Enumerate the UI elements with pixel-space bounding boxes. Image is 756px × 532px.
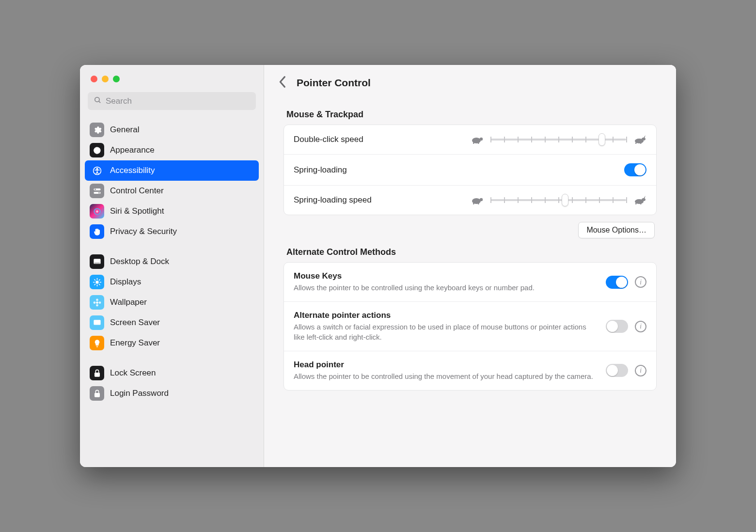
screensaver-icon [90,315,104,330]
key-icon [90,386,104,401]
svg-point-25 [98,301,101,304]
svg-point-9 [94,208,100,215]
sidebar-item-siri-spotlight[interactable]: Siri & Spotlight [85,201,259,221]
sidebar-item-label: Login Password [110,389,169,398]
hand-icon [90,224,104,239]
svg-point-31 [480,138,483,141]
svg-point-43 [642,198,646,201]
dock-icon [90,254,104,269]
head-pointer-desc: Allows the pointer to be controlled usin… [294,372,596,381]
sidebar-item-label: Lock Screen [110,368,156,378]
mouse-keys-desc: Allows the pointer to be controlled usin… [294,283,596,293]
svg-rect-32 [473,142,474,144]
row-mouse-keys: Mouse Keys Allows the pointer to be cont… [284,263,656,301]
svg-line-20 [94,284,95,285]
svg-point-12 [95,281,98,283]
sidebar-item-label: Displays [110,277,141,287]
double-click-speed-slider-wrap [470,134,646,145]
search-box[interactable] [88,92,256,110]
mouse-keys-label: Mouse Keys [294,271,596,281]
content-scroll[interactable]: Mouse & Trackpad Double-click speed [264,98,676,467]
sidebar-item-label: Appearance [110,145,155,155]
sidebar-item-wallpaper[interactable]: Wallpaper [85,292,259,313]
mouse-keys-toggle[interactable] [606,276,628,289]
bulb-icon [90,336,104,350]
svg-rect-36 [635,142,637,144]
sidebar: GeneralAppearanceAccessibilityControl Ce… [80,65,264,467]
sidebar-item-privacy-security[interactable]: Privacy & Security [85,221,259,242]
mouse-options-button[interactable]: Mouse Options… [578,222,655,238]
double-click-speed-slider[interactable] [490,134,626,145]
sidebar-item-label: Wallpaper [110,297,147,307]
svg-rect-27 [94,372,99,376]
close-window-button[interactable] [91,76,97,82]
svg-point-35 [642,138,646,141]
alt-pointer-info-button[interactable]: i [635,321,646,332]
svg-rect-45 [640,203,642,204]
appearance-icon [90,143,104,157]
sidebar-item-label: Siri & Spotlight [110,206,164,216]
sidebar-item-general[interactable]: General [85,120,259,140]
settings-window: GeneralAppearanceAccessibilityControl Ce… [80,65,676,467]
sidebar-item-accessibility[interactable]: Accessibility [85,160,259,181]
sidebar-item-displays[interactable]: Displays [85,272,259,292]
zoom-window-button[interactable] [113,76,120,82]
svg-point-21 [96,301,98,304]
head-pointer-toggle[interactable] [606,364,628,377]
sidebar-item-login-password[interactable]: Login Password [85,383,259,404]
svg-line-18 [99,284,100,285]
svg-point-39 [480,198,483,201]
siri-icon [90,204,104,219]
sidebar-item-label: General [110,125,139,135]
search-icon [94,96,102,106]
head-pointer-info-button[interactable]: i [635,365,646,376]
sidebar-item-energy-saver[interactable]: Energy Saver [85,333,259,353]
flower-icon [90,295,104,310]
row-double-click-speed: Double-click speed [284,125,656,154]
row-head-pointer: Head pointer Allows the pointer to be co… [284,351,656,390]
svg-rect-41 [478,203,479,204]
hare-icon [633,135,646,144]
sidebar-item-label: Privacy & Security [110,227,177,236]
svg-rect-26 [94,320,100,325]
sun-icon [90,275,104,289]
svg-rect-33 [478,142,479,144]
spring-loading-toggle[interactable] [624,163,646,176]
svg-rect-44 [635,203,637,204]
lock-icon [90,366,104,380]
double-click-speed-label: Double-click speed [294,135,363,144]
sidebar-item-label: Desktop & Dock [110,257,169,266]
slider-knob[interactable] [562,194,568,206]
svg-line-17 [94,279,95,280]
section-title-mouse-trackpad: Mouse & Trackpad [286,110,654,120]
svg-point-24 [93,301,95,304]
search-input[interactable] [106,96,250,106]
minimize-window-button[interactable] [102,76,109,82]
spring-loading-label: Spring-loading [294,165,347,175]
back-button[interactable] [277,74,289,92]
svg-point-4 [96,168,98,170]
sidebar-item-label: Screen Saver [110,318,160,328]
svg-line-19 [99,279,100,280]
window-controls [80,65,264,89]
spring-loading-speed-slider-wrap [470,194,646,206]
svg-point-8 [98,192,100,193]
mouse-keys-info-button[interactable]: i [635,276,646,288]
sidebar-item-control-center[interactable]: Control Center [85,181,259,201]
accessibility-icon [90,163,104,178]
slider-knob[interactable] [598,133,605,146]
mouse-options-row: Mouse Options… [284,215,657,240]
gear-icon [90,123,104,137]
sidebar-item-lock-screen[interactable]: Lock Screen [85,363,259,383]
row-alternate-pointer-actions: Alternate pointer actions Allows a switc… [284,301,656,351]
svg-point-29 [96,394,97,395]
sidebar-item-appearance[interactable]: Appearance [85,140,259,160]
spring-loading-speed-slider[interactable] [490,194,626,206]
svg-rect-40 [473,203,474,204]
search-wrap [80,89,264,117]
alt-pointer-toggle[interactable] [606,320,628,333]
sidebar-item-screen-saver[interactable]: Screen Saver [85,313,259,333]
sidebar-item-desktop-dock[interactable]: Desktop & Dock [85,251,259,272]
switches-icon [90,184,104,198]
svg-point-22 [96,298,98,301]
